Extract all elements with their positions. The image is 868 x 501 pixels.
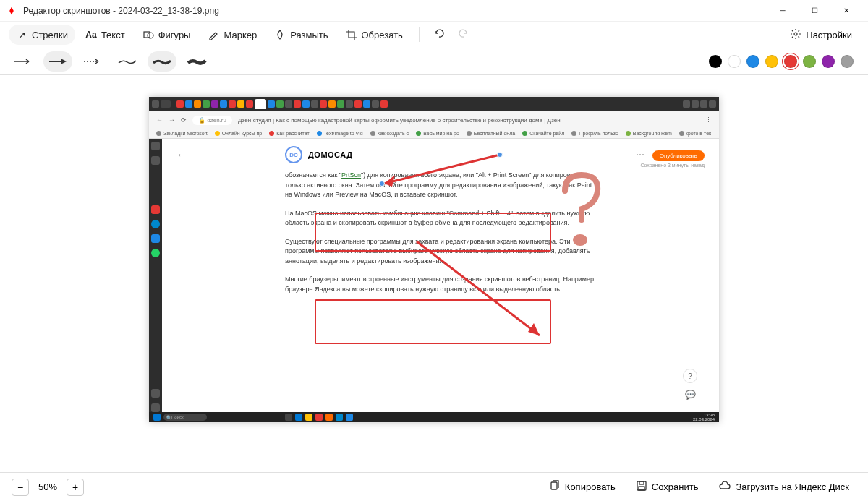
minimize-button[interactable]: ─ [767, 0, 799, 22]
color-blue[interactable] [746, 55, 760, 68]
main-toolbar: ↗ Стрелки Aа Текст Фигуры Маркер Размыть… [0, 22, 868, 48]
svg-point-2 [794, 33, 797, 35]
brush-style-2[interactable] [148, 51, 176, 72]
footer: − 50% + Копировать Сохранить Загрузить н… [0, 472, 868, 501]
zoom-value: 50% [35, 481, 61, 492]
svg-rect-9 [551, 482, 557, 489]
color-purple[interactable] [822, 55, 835, 68]
publish-area: ⋯ Опубликовать Сохранено 3 минуты назад [636, 147, 705, 168]
browser-urlbar: ←→⟳ 🔒 dzen.ru Дзен-студия | Как с помощь… [149, 111, 719, 129]
save-icon [636, 480, 647, 494]
maximize-button[interactable]: ☐ [799, 0, 830, 22]
gear-icon [790, 28, 801, 42]
arrow-icon: ↗ [16, 29, 27, 40]
titlebar: Редактор скриншотов - 2024-03-22_13-38-1… [0, 0, 868, 22]
arrow-handle-start[interactable] [497, 152, 503, 158]
annotation-box-1[interactable] [315, 213, 551, 252]
publish-button[interactable]: Опубликовать [652, 150, 705, 161]
secondary-toolbar [0, 48, 868, 75]
browser-bookmarks: Закладки Microsoft Онлайн курсы пр Как р… [149, 129, 719, 139]
undo-button[interactable] [428, 22, 450, 47]
browser-siderail [149, 139, 162, 412]
cloud-icon [718, 480, 731, 494]
window-title: Редактор скриншотов - 2024-03-22_13-38-1… [23, 6, 219, 16]
tool-blur[interactable]: Размыть [267, 25, 335, 45]
zoom-out-button[interactable]: − [12, 479, 29, 496]
screenshot-preview[interactable]: ←→⟳ 🔒 dzen.ru Дзен-студия | Как с помощь… [149, 97, 719, 422]
copy-icon [549, 480, 561, 494]
tool-crop[interactable]: Обрезать [339, 25, 410, 45]
svg-point-1 [148, 33, 153, 38]
color-palette [709, 55, 859, 68]
yandex-logo [6, 5, 17, 17]
color-green[interactable] [803, 55, 816, 68]
blur-icon [274, 29, 286, 40]
marker-icon [208, 29, 219, 40]
chat-button: 💬 [683, 387, 697, 402]
save-button[interactable]: Сохранить [629, 476, 706, 498]
canvas[interactable]: ←→⟳ 🔒 dzen.ru Дзен-студия | Как с помощь… [0, 75, 868, 472]
browser-tabstrip [149, 97, 719, 111]
color-gray[interactable] [841, 55, 854, 68]
channel-name: ДОМОСАД [308, 150, 352, 159]
redo-button[interactable] [453, 22, 475, 47]
saved-label: Сохранено 3 минуты назад [636, 163, 705, 168]
color-yellow[interactable] [765, 55, 778, 68]
text-icon: Aа [85, 29, 97, 40]
crop-icon [346, 29, 357, 40]
color-black[interactable] [709, 55, 722, 68]
annotation-box-2[interactable] [315, 299, 551, 344]
svg-rect-11 [639, 481, 644, 484]
svg-rect-12 [639, 487, 644, 490]
page-content: ← DC ДОМОСАД ⋯ Опубликовать Сохранено 3 … [162, 139, 719, 412]
tool-marker[interactable]: Маркер [200, 25, 264, 45]
windows-taskbar: 🔍 Поиск 13:38 22.03.2024 [149, 412, 719, 422]
upload-button[interactable]: Загрузить на Яндекс Диск [711, 476, 856, 498]
channel-avatar: DC [285, 146, 302, 163]
zoom-in-button[interactable]: + [67, 479, 84, 496]
shapes-icon [142, 29, 154, 40]
brush-style-3[interactable] [182, 51, 211, 72]
arrow-handle-end[interactable] [379, 181, 385, 187]
close-button[interactable]: ✕ [830, 0, 862, 22]
arrow-style-2[interactable] [43, 51, 72, 72]
brush-style-1[interactable] [113, 51, 142, 72]
arrow-style-1[interactable] [9, 51, 38, 72]
help-button: ? [683, 369, 697, 383]
tool-text[interactable]: Aа Текст [78, 25, 132, 45]
arrow-style-3[interactable] [78, 51, 107, 72]
settings-button[interactable]: Настройки [783, 24, 859, 46]
color-red[interactable] [784, 55, 797, 68]
color-white[interactable] [728, 55, 741, 68]
copy-button[interactable]: Копировать [542, 476, 623, 498]
tool-shapes[interactable]: Фигуры [135, 25, 198, 45]
tool-arrows[interactable]: ↗ Стрелки [9, 25, 75, 45]
